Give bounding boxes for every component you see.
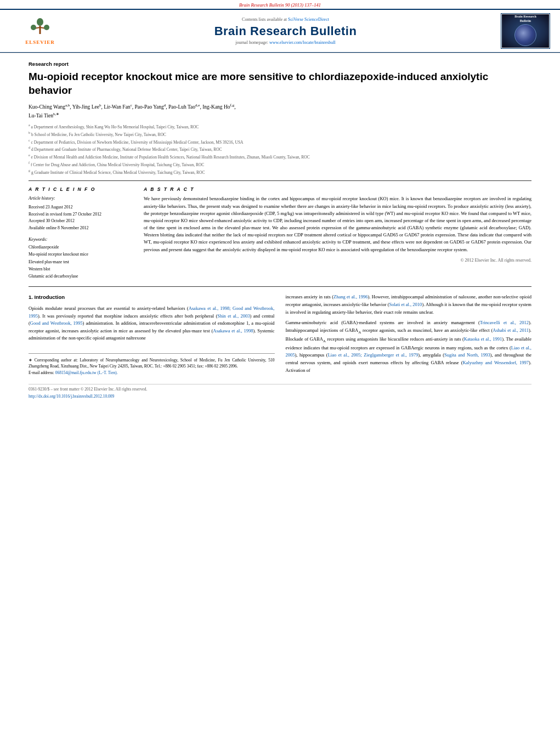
ref-liao2[interactable]: Liao et al., 2005; Zieglgansberger et al… bbox=[328, 352, 418, 358]
affiliations: a a Department of Anesthesiology, Shin K… bbox=[29, 123, 531, 175]
ref-asakawa2[interactable]: Asakawa et al., 1998 bbox=[213, 328, 253, 333]
journal-homepage-link[interactable]: www.elsevier.com/locate/brainresbull bbox=[269, 40, 336, 45]
body-col-left: 1. Introduction Opioids modulate neural … bbox=[29, 293, 275, 377]
ref-shin[interactable]: Shin et al., 2003 bbox=[217, 313, 250, 319]
journal-citation: Brain Research Bulletin 90 (2013) 137–14… bbox=[0, 2, 560, 8]
article-info-column: A R T I C L E I N F O Article history: R… bbox=[29, 186, 133, 280]
affiliation-c: c c Department of Pediatrics, Division o… bbox=[29, 138, 531, 145]
history-label: Article history: bbox=[29, 195, 133, 202]
article-category: Research report bbox=[29, 61, 531, 67]
abstract-text: We have previously demonstrated benzodia… bbox=[144, 195, 531, 253]
elsevier-text: ELSEVIER bbox=[25, 39, 55, 45]
keyword-5: Glutamic acid decarboxylase bbox=[29, 273, 133, 280]
email-label: E-mail address: bbox=[29, 370, 54, 375]
journal-center-info: Contents lists available at SciVerse Sci… bbox=[70, 17, 501, 45]
affiliation-e: e e Division of Mental Health and Addict… bbox=[29, 153, 531, 160]
ref-trincavelli[interactable]: Trincavelli et al., 2012 bbox=[480, 320, 529, 325]
brain-logo-circle bbox=[514, 24, 536, 46]
body-separator bbox=[29, 286, 531, 287]
keyword-2: Mu-opioid receptor knockout mice bbox=[29, 251, 133, 258]
elsevier-logo-area: ELSEVIER bbox=[10, 16, 70, 46]
affiliation-d: d d Department and Graduate Institute of… bbox=[29, 145, 531, 152]
copyright-line: © 2012 Elsevier Inc. All rights reserved… bbox=[144, 258, 531, 263]
ref-solati[interactable]: Solati et al., 2010 bbox=[389, 302, 422, 307]
accepted-date: Accepted 30 October 2012 bbox=[29, 218, 133, 224]
ref-ashabi[interactable]: Ashabi et al., 2011 bbox=[493, 327, 529, 333]
ref-kalyuzhny[interactable]: Kalyuzhny and Wessendorf, 1997 bbox=[462, 360, 529, 365]
article-history: Article history: Received 23 August 2012… bbox=[29, 195, 133, 231]
sciverse-line: Contents lists available at SciVerse Sci… bbox=[70, 17, 501, 22]
keyword-4: Western blot bbox=[29, 265, 133, 273]
affiliation-g: g g Graduate Institute of Clinical Medic… bbox=[29, 168, 531, 176]
footer: 0361-9230/$ – see front matter © 2012 El… bbox=[29, 384, 531, 399]
ref-sugita[interactable]: Sugita and North, 1993 bbox=[444, 352, 490, 358]
footnote-area: ∗ Corresponding author at: Laboratory of… bbox=[29, 353, 275, 376]
keyword-3: Elevated plus-maze test bbox=[29, 258, 133, 265]
brain-logo-text: Brain Research Bulletin bbox=[514, 15, 536, 22]
header: Brain Research Bulletin 90 (2013) 137–14… bbox=[0, 0, 560, 53]
brain-research-logo: Brain Research Bulletin bbox=[501, 13, 550, 49]
article-info-abstract: A R T I C L E I N F O Article history: R… bbox=[29, 186, 531, 280]
journal-title: Brain Research Bulletin bbox=[70, 24, 501, 38]
brain-logo-image: Brain Research Bulletin bbox=[502, 14, 549, 48]
intro-para-1: Opioids modulate neural processes that a… bbox=[29, 305, 275, 342]
ref-kataoka[interactable]: Kataoka et al., 1991 bbox=[464, 336, 502, 342]
ref-zhang[interactable]: Zhang et al., 1996 bbox=[333, 294, 367, 299]
authors-line: Kuo-Ching Wanga,b, Yih-Jing Leeb, Lir-Wa… bbox=[29, 103, 531, 120]
keywords-section: Keywords: Chlordiazepoxide Mu-opioid rec… bbox=[29, 237, 133, 280]
section-1-title: 1. Introduction bbox=[29, 293, 275, 302]
elsevier-tree-icon bbox=[25, 18, 55, 38]
revised-date: Received in revised form 27 October 2012 bbox=[29, 211, 133, 218]
elsevier-logo: ELSEVIER bbox=[25, 18, 55, 45]
svg-point-1 bbox=[37, 18, 43, 26]
keyword-1: Chlordiazepoxide bbox=[29, 244, 133, 251]
separator-1 bbox=[29, 180, 531, 181]
body-columns: 1. Introduction Opioids modulate neural … bbox=[29, 293, 531, 377]
main-content: Research report Mu-opioid receptor knock… bbox=[0, 53, 560, 406]
abstract-column: A B S T R A C T We have previously demon… bbox=[144, 186, 531, 280]
article-info-header: A R T I C L E I N F O bbox=[29, 186, 133, 192]
journal-homepage: journal homepage: www.elsevier.com/locat… bbox=[70, 40, 501, 45]
abstract-header: A B S T R A C T bbox=[144, 186, 531, 192]
keywords-label: Keywords: bbox=[29, 237, 133, 242]
sciverse-link[interactable]: SciVerse ScienceDirect bbox=[288, 17, 329, 22]
footer-issn: 0361-9230/$ – see front matter © 2012 El… bbox=[29, 387, 531, 392]
affiliation-a: a a Department of Anesthesiology, Shin K… bbox=[29, 123, 531, 130]
email-link[interactable]: 068154@mail.fju.edu.tw (L.-T. Tien). bbox=[55, 370, 118, 375]
intro-para-col2-1: increases anxiety in rats (Zhang et al.,… bbox=[286, 293, 532, 316]
available-date: Available online 8 November 2012 bbox=[29, 225, 133, 231]
ref-good[interactable]: Good and Westbrook, 1995 bbox=[30, 320, 83, 326]
article-title: Mu-opioid receptor knockout mice are mor… bbox=[29, 70, 531, 97]
intro-para-col2-2: Gamma-aminobutyric acid (GABA)-mediated … bbox=[286, 319, 532, 374]
body-col-right: increases anxiety in rats (Zhang et al.,… bbox=[286, 293, 532, 377]
svg-point-6 bbox=[44, 25, 49, 30]
journal-header-area: ELSEVIER Contents lists available at Sci… bbox=[0, 9, 560, 53]
affiliation-b: b b School of Medicine, Fu Jen Catholic … bbox=[29, 131, 531, 138]
footer-doi[interactable]: http://dx.doi.org/10.1016/j.brainresbull… bbox=[29, 394, 114, 399]
svg-point-5 bbox=[31, 25, 36, 30]
received-date: Received 23 August 2012 bbox=[29, 204, 133, 211]
affiliation-f: f f Center for Drug Abuse and Addiction,… bbox=[29, 161, 531, 168]
keywords-list: Chlordiazepoxide Mu-opioid receptor knoc… bbox=[29, 244, 133, 280]
footnote-text: ∗ Corresponding author at: Laboratory of… bbox=[29, 357, 275, 376]
page: Brain Research Bulletin 90 (2013) 137–14… bbox=[0, 0, 560, 741]
